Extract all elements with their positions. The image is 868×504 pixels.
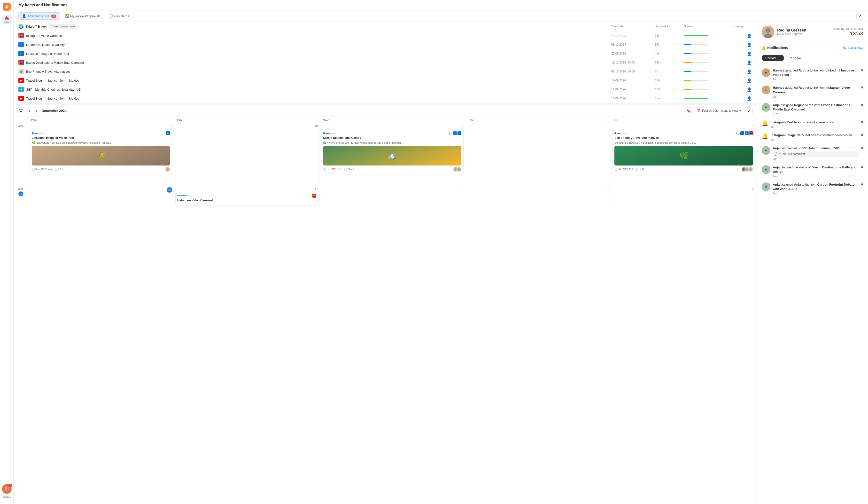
notif-dot-2 — [861, 87, 863, 89]
cal-card-linkedin[interactable]: in Linkedin | Image or Video Post 🌿 Reju… — [30, 129, 172, 174]
unassign-btn[interactable]: 👤 — [732, 96, 752, 101]
tab-assigned[interactable]: 👤 Assigned to me 37 — [18, 12, 60, 20]
unassign-icon[interactable]: 👤 — [747, 60, 752, 65]
user-info: Regina Giessen Reviewer / Approver — [777, 28, 831, 36]
comment-icon: 💬 — [449, 132, 452, 135]
unassign-btn[interactable]: 👤 — [732, 69, 752, 74]
table-row[interactable]: in Linkedin | Image or Video Post 27/08/… — [13, 49, 757, 58]
cal-card-eco[interactable]: 💬 in f 📸 Eco-Friendly — [612, 129, 755, 174]
status-fill — [684, 80, 691, 81]
notif-text-7: Anja changed the status of Dream Destina… — [773, 165, 859, 174]
notif-item-8[interactable]: A Anja assigned Anja to the item Carbon … — [757, 180, 868, 197]
cal-day-20[interactable]: 20 — [611, 186, 757, 208]
notif-avatar-3: A — [762, 103, 771, 112]
unassign-icon[interactable]: 👤 — [747, 69, 752, 74]
notif-text-1: Hannes assigned Regina to the item Linke… — [773, 68, 859, 77]
notif-dot-6 — [861, 147, 863, 149]
cal-filter-btn[interactable]: 🔖 — [685, 107, 692, 114]
table-row[interactable]: 🌿 Eco-Friendly Travel Alternatives 08/10… — [13, 67, 757, 76]
cal-card-header-linkedin: in — [32, 131, 170, 135]
notif-dot-5 — [861, 134, 863, 136]
card-channel-icons: in — [166, 131, 170, 135]
workspace-label: 🌍 Takeoff Travel Current workspace — [18, 24, 611, 29]
cal-card-footer-linkedin: 🕐3m 📅27. Aug 🕐12:58 R — [32, 167, 170, 172]
cal-next-btn[interactable]: › — [33, 108, 40, 114]
updated: 13d — [655, 79, 684, 82]
notif-item-6[interactable]: A Anja commented on 150 Jahr Jubiläum - … — [757, 144, 868, 163]
cal-day-16[interactable]: 16 — [28, 186, 174, 208]
cal-day-10[interactable]: 10 — [174, 123, 320, 185]
settings-button[interactable]: ⚙️ 7 — [2, 484, 12, 494]
notif-item-5[interactable]: 🔔 Instagram Image Carousel has successfu… — [757, 131, 868, 143]
item-name: 📸 Exotic Destinations Middle East Carous… — [18, 60, 611, 65]
item-title: Travel Blog - Influencer John - Mexico — [26, 79, 79, 82]
cal-prev-btn[interactable]: ‹ — [26, 108, 32, 114]
notif-time-6: 18d — [773, 158, 859, 160]
mark-all-read-btn[interactable]: Mark all as read — [843, 46, 863, 49]
unassign-icon[interactable]: 👤 — [747, 78, 752, 83]
unassign-btn[interactable]: 👤 — [732, 78, 752, 83]
settings-label: Settings — [3, 496, 11, 498]
status-bar — [684, 44, 708, 45]
status-bar-container — [684, 62, 732, 63]
cal-card-instagram-mini[interactable]: 📸 Instagram Video Carousel — [175, 192, 318, 205]
tab-past[interactable]: 🕐 Past items — [105, 12, 133, 20]
sort-icon[interactable]: ▾ — [667, 25, 668, 28]
notif-tab-unread[interactable]: Unread (8) — [762, 55, 784, 61]
day-num-20: 20 — [612, 187, 755, 191]
notif-text-8: Anja assigned Anja to the item Carbon Fo… — [773, 182, 859, 191]
cal-day-12[interactable]: 12 — [465, 123, 611, 185]
notif-tab-read[interactable]: Read (42) — [785, 55, 806, 61]
unassign-btn[interactable]: 👤 — [732, 33, 752, 38]
updated: 3d — [655, 70, 684, 73]
cal-day-17[interactable]: 17 📸 Instagram Video Car — [174, 186, 320, 208]
status-bar — [684, 98, 708, 99]
calendar-icon-btn[interactable]: 📅 — [18, 107, 24, 114]
item-title: Dream Destinations Gallery — [26, 43, 65, 47]
publish-date-btn[interactable]: 📅 Publish Date - Monthly view ▾ — [694, 108, 744, 114]
col-due: Due Date — [611, 25, 655, 28]
cal-card-dream[interactable]: 💬 f in Dream Destinations Gallery — [321, 129, 464, 174]
notif-content-4: Instagram Reel has successfully been pos… — [771, 120, 859, 128]
cal-expand-btn[interactable]: ⤢ — [746, 107, 753, 114]
cal-card-header-eco: 💬 in f 📸 — [614, 131, 753, 135]
linkedin-eco-icon: in — [740, 131, 744, 135]
sidebar-item-inbox[interactable]: 📥 Inbox — [2, 14, 12, 24]
notif-item-7[interactable]: A Anja changed the status of Dream Desti… — [757, 163, 868, 180]
unassign-icon[interactable]: 👤 — [747, 33, 752, 38]
notif-item-2[interactable]: H Hannes assigned Regina to the item Ins… — [757, 83, 868, 100]
calendar-grid: MON TUE WED THU FRI W50 — [13, 117, 757, 208]
notif-time-5: 3d — [771, 138, 859, 141]
unassign-icon[interactable]: 👤 — [747, 51, 752, 56]
assigned-badge: 37 — [51, 14, 56, 18]
unassign-btn[interactable]: 👤 — [732, 42, 752, 47]
cal-day-13[interactable]: 13 💬 — [611, 123, 757, 185]
table-row[interactable]: 📸 Instagram Video Carousel No due date 1… — [13, 31, 757, 40]
cal-day-19[interactable]: 19 — [465, 186, 611, 208]
unassign-btn[interactable]: 👤 — [732, 60, 752, 65]
notif-text-6: Anja commented on 150 Jahr Jubiläum - 05… — [773, 146, 859, 150]
notif-item-4[interactable]: 🔔 Instagram Reel has successfully been p… — [757, 118, 868, 131]
unassign-btn[interactable]: 👤 — [732, 87, 752, 92]
table-row[interactable]: 📸 Exotic Destinations Middle East Carous… — [13, 58, 757, 67]
expand-button[interactable]: ⤢ — [856, 13, 863, 19]
unassign-btn[interactable]: 👤 — [732, 51, 752, 56]
unassign-icon[interactable]: 👤 — [747, 42, 752, 47]
day-num-9: 9 — [30, 124, 172, 128]
cal-day-18[interactable]: 18 — [319, 186, 465, 208]
cal-day-11[interactable]: 11 💬 — [319, 123, 465, 185]
tab-assigned-label: Assigned to me — [28, 14, 49, 18]
unassign-icon[interactable]: 👤 — [747, 87, 752, 92]
unassign-icon[interactable]: 👤 — [747, 96, 752, 101]
notif-item-3[interactable]: A Anja assigned Regina to the item Exoti… — [757, 101, 868, 118]
tab-reviews[interactable]: ✅ My reviews/approvals — [61, 12, 104, 20]
notif-item-1[interactable]: H Hannes assigned Regina to the item Lin… — [757, 66, 868, 83]
table-row[interactable]: ▶ Travel Blog - Influencer John - Mexico… — [13, 76, 757, 85]
table-row[interactable]: f Dream Destinations Gallery 08/10/2024 … — [13, 40, 757, 49]
cal-week-51: W51 16 16 — [13, 186, 757, 208]
cal-day-9[interactable]: 9 in — [28, 123, 174, 185]
table-row[interactable]: ▶ Travel Blog - Influencer John - Mexico… — [13, 94, 757, 103]
updated: 40s — [655, 52, 684, 55]
linkedin-channel-icon: in — [166, 131, 170, 135]
table-row[interactable]: ✉ SEP - Monthly Offerings Newsletter US … — [13, 85, 757, 94]
